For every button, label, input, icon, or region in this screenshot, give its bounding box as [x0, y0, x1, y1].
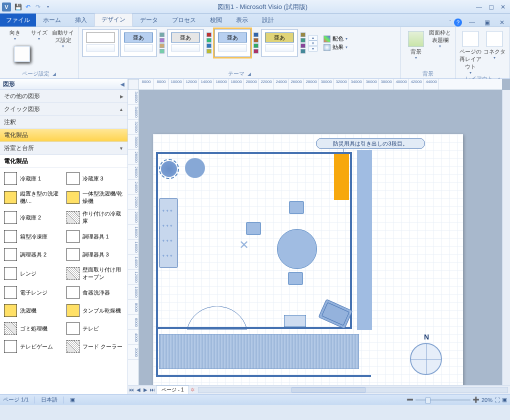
- page-next-icon[interactable]: ▶: [142, 387, 149, 392]
- callout-bubble[interactable]: 防災用具は引き出しの3段目。: [316, 138, 425, 149]
- sofa-shape[interactable]: [159, 198, 178, 268]
- cabinet-highlight-shape[interactable]: [334, 154, 349, 200]
- shape-thumb-icon: [66, 286, 80, 299]
- shape-item[interactable]: 調理器具 2: [3, 246, 62, 263]
- dining-table-shape[interactable]: [277, 229, 317, 269]
- shape-label: 冷蔵庫 2: [20, 214, 41, 222]
- theme-swatch[interactable]: 亜あ: [262, 29, 298, 57]
- ribbon-tab[interactable]: 表示: [229, 14, 255, 26]
- zoom-in-icon[interactable]: ➕: [472, 396, 480, 403]
- fit-window-icon[interactable]: ⛶: [494, 397, 500, 403]
- page-last-icon[interactable]: ⏭: [149, 387, 156, 392]
- category-row[interactable]: 浴室と台所▼: [0, 142, 128, 155]
- shape-item[interactable]: ゴミ処理機: [3, 320, 62, 337]
- shape-item[interactable]: テレビゲーム: [3, 338, 62, 355]
- ribbon-tab[interactable]: 挿入: [68, 14, 94, 26]
- theme-swatch[interactable]: 亜あ: [120, 29, 156, 57]
- close-button[interactable]: ✕: [498, 3, 508, 11]
- shape-item[interactable]: 作り付けの冷蔵庫: [66, 208, 125, 227]
- chair-shape[interactable]: [289, 201, 304, 214]
- page-tab[interactable]: ページ - 1: [156, 386, 189, 394]
- shape-item[interactable]: レンジ: [3, 264, 62, 283]
- ribbon-tab[interactable]: プロセス: [165, 14, 203, 26]
- chair-shape[interactable]: [288, 272, 303, 285]
- subwin-restore-icon[interactable]: ▣: [482, 18, 492, 26]
- shape-item[interactable]: テレビ: [66, 320, 125, 337]
- ribbon-tab[interactable]: データ: [133, 14, 165, 26]
- canvas-viewport[interactable]: 防災用具は引き出しの3段目。 ✕ N: [139, 90, 502, 385]
- shape-item[interactable]: 電子レンジ: [3, 284, 62, 301]
- shape-item[interactable]: 縦置き型の洗濯機/...: [3, 188, 62, 207]
- ribbon-tab[interactable]: ホーム: [36, 14, 68, 26]
- fullscreen-icon[interactable]: ▣: [502, 396, 507, 403]
- colors-button[interactable]: 配色 ▾: [324, 35, 348, 42]
- page-first-icon[interactable]: ⏮: [128, 387, 135, 392]
- shape-item[interactable]: フード クーラー: [66, 338, 125, 355]
- insert-page-icon[interactable]: ✲: [189, 387, 196, 392]
- shape-item[interactable]: 調理器具 3: [66, 246, 125, 263]
- quick-shapes-row[interactable]: クイック図形▲: [0, 103, 128, 116]
- effects-button[interactable]: 効果 ▾: [324, 44, 348, 51]
- theme-swatch[interactable]: [82, 29, 118, 57]
- autosize-button[interactable]: 自動サイズ設定: [52, 29, 74, 48]
- horizontal-scrollbar[interactable]: [198, 387, 508, 393]
- theme-swatch[interactable]: 亜あ: [168, 29, 204, 57]
- connectors-button[interactable]: コネクタ: [484, 29, 506, 75]
- qat-undo-icon[interactable]: ↶: [24, 2, 32, 12]
- help-icon[interactable]: ?: [454, 18, 462, 26]
- subwin-close-icon[interactable]: ✕: [497, 18, 507, 26]
- tall-cabinet-shape[interactable]: [357, 150, 372, 330]
- shape-item[interactable]: 一体型洗濯機/乾燥機: [66, 188, 125, 207]
- shape-item[interactable]: 壁面取り付け用オーブン: [66, 264, 125, 283]
- small-table-shape[interactable]: [185, 158, 205, 178]
- zoom-slider[interactable]: [416, 399, 470, 401]
- qat-save-icon[interactable]: 💾: [14, 2, 22, 12]
- theme-gallery-scroll[interactable]: ▴▾▾: [308, 35, 318, 52]
- category-row[interactable]: 注釈: [0, 116, 128, 129]
- shape-item[interactable]: 食器洗浄器: [66, 284, 125, 301]
- striped-rug-shape[interactable]: [159, 334, 359, 369]
- minimize-button[interactable]: —: [474, 3, 484, 11]
- shape-item[interactable]: 冷蔵庫 1: [3, 170, 62, 187]
- shape-item[interactable]: 冷蔵庫 3: [66, 170, 125, 187]
- low-cabinet-shape[interactable]: [284, 315, 306, 327]
- size-button[interactable]: サイズ: [28, 29, 50, 48]
- qat-customize-icon[interactable]: ▾: [44, 2, 52, 12]
- background-button[interactable]: 背景: [405, 29, 427, 60]
- category-row[interactable]: 電化製品: [0, 129, 128, 142]
- shape-item[interactable]: タンブル乾燥機: [66, 302, 125, 319]
- zoom-out-icon[interactable]: ➖: [406, 396, 414, 403]
- file-tab[interactable]: ファイル: [0, 14, 36, 26]
- ribbon-tab[interactable]: 設計: [255, 14, 281, 26]
- chair-shape[interactable]: [246, 222, 261, 235]
- ribbon-tab[interactable]: 校閲: [203, 14, 229, 26]
- collapse-pane-icon[interactable]: ◀: [120, 82, 124, 87]
- round-rug-shape[interactable]: [161, 161, 177, 177]
- shape-item[interactable]: 洗濯機: [3, 302, 62, 319]
- maximize-button[interactable]: ▢: [486, 3, 496, 11]
- zoom-value[interactable]: 20%: [482, 397, 492, 403]
- compass-shape[interactable]: [410, 343, 442, 375]
- qat-redo-icon[interactable]: ↷: [34, 2, 42, 12]
- shape-label: 洗濯機: [20, 307, 36, 314]
- borders-titles-button[interactable]: 図面枠と表題欄: [429, 29, 451, 60]
- shape-item[interactable]: 箱型冷凍庫: [3, 228, 62, 245]
- vertical-scrollbar[interactable]: [502, 90, 510, 385]
- group-page-setup: 向き サイズ 自動サイズ設定 ページ設定◢: [0, 27, 78, 78]
- drawing-page[interactable]: 防災用具は引き出しの3段目。 ✕ N: [153, 134, 463, 385]
- x-marker[interactable]: ✕: [239, 238, 249, 252]
- macro-record-icon[interactable]: ▣: [70, 396, 75, 403]
- ribbon-tab[interactable]: デザイン: [94, 13, 133, 26]
- themes-launcher-icon[interactable]: ◢: [248, 72, 251, 76]
- other-shapes-row[interactable]: その他の図形▶: [0, 90, 128, 103]
- shape-thumb-icon: [66, 267, 80, 280]
- ribbon-tabs: ファイル ホーム挿入デザインデータプロセス校閲表示設計 ˇ ? — ▣ ✕: [0, 14, 510, 27]
- subwin-minimize-icon[interactable]: —: [467, 18, 477, 26]
- ribbon-help-chevron-icon[interactable]: ˇ: [450, 20, 451, 26]
- page-prev-icon[interactable]: ◀: [135, 387, 142, 392]
- theme-swatch-selected[interactable]: 亜あ: [214, 29, 250, 57]
- shape-item[interactable]: 冷蔵庫 2: [3, 208, 62, 227]
- page-setup-launcher-icon[interactable]: ◢: [52, 72, 56, 76]
- relayout-button[interactable]: ページの再レイアウト: [460, 29, 482, 75]
- shape-item[interactable]: 調理器具 1: [66, 228, 125, 245]
